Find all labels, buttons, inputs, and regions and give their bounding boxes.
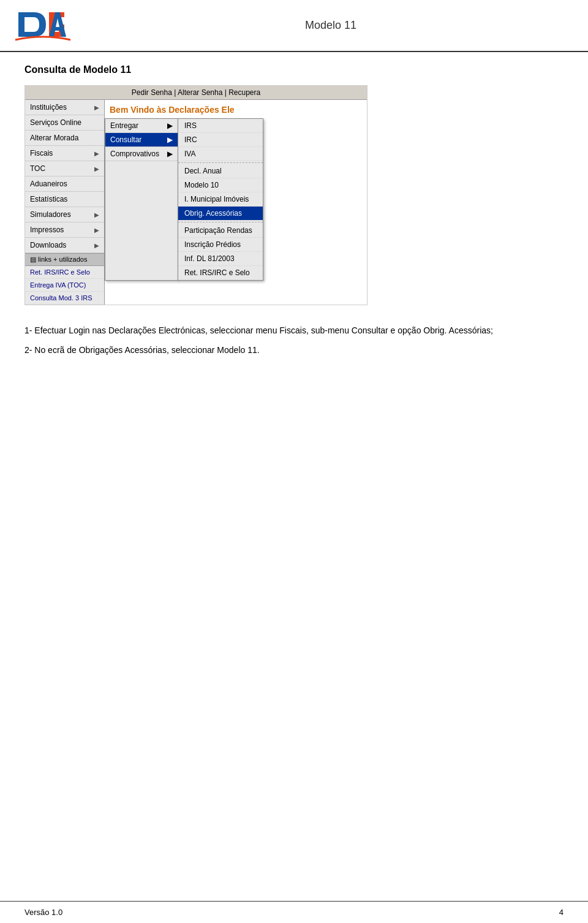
dropdown-item-consultar[interactable]: Consultar ▶ bbox=[105, 133, 178, 147]
instruction-step2: 2- No ecrã de Obrigações Acessórias, sel… bbox=[24, 343, 564, 358]
dropdown-item-entregar[interactable]: Entregar ▶ bbox=[105, 119, 178, 133]
sidebar-menu: Instituições ▶ Serviços Online Alterar M… bbox=[25, 100, 105, 305]
sidebar-link-ret[interactable]: Ret. IRS/IRC e Selo bbox=[25, 266, 104, 279]
page-footer: Versão 1.0 4 bbox=[0, 901, 588, 923]
dga-logo bbox=[12, 6, 74, 43]
sidebar-item-toc[interactable]: TOC ▶ bbox=[25, 161, 104, 177]
sidebar-label: Alterar Morada bbox=[30, 134, 78, 142]
sidebar-item-downloads[interactable]: Downloads ▶ bbox=[25, 238, 104, 253]
instruction-step1: 1- Efectuar Login nas Declarações Electr… bbox=[24, 324, 564, 338]
page-area: Bem Vindo às Declarações Ele ni criado p… bbox=[105, 100, 367, 296]
main-content: Consulta de Modelo 11 Pedir Senha | Alte… bbox=[0, 64, 588, 358]
arrow-icon: ▶ bbox=[94, 211, 99, 218]
dropdown-menu-1: Entregar ▶ Consultar ▶ Comprovativos ▶ bbox=[105, 118, 178, 281]
arrow-icon: ▶ bbox=[167, 150, 173, 158]
arrow-icon: ▶ bbox=[94, 150, 99, 157]
submenu-item-inf-dl[interactable]: Inf. DL 81/2003 bbox=[178, 252, 263, 266]
footer-version: Versão 1.0 bbox=[24, 908, 62, 917]
sidebar-item-simuladores[interactable]: Simuladores ▶ bbox=[25, 207, 104, 222]
header-title: Modelo 11 bbox=[86, 19, 576, 32]
arrow-icon: ▶ bbox=[94, 104, 99, 111]
links-icon: ▤ bbox=[30, 256, 36, 263]
logo-area bbox=[12, 6, 86, 45]
submenu-item-iva[interactable]: IVA bbox=[178, 147, 263, 161]
sidebar-label: Estatísticas bbox=[30, 195, 67, 203]
footer-page-number: 4 bbox=[559, 908, 564, 917]
screenshot-container: Pedir Senha | Alterar Senha | Recupera I… bbox=[24, 85, 368, 305]
submenu-item-ret-irs[interactable]: Ret. IRS/IRC e Selo bbox=[178, 266, 263, 280]
arrow-icon: ▶ bbox=[167, 135, 173, 144]
screenshot-topbar: Pedir Senha | Alterar Senha | Recupera bbox=[25, 86, 367, 100]
sidebar-item-estatisticas[interactable]: Estatísticas bbox=[25, 192, 104, 207]
sidebar-item-servicos[interactable]: Serviços Online bbox=[25, 115, 104, 131]
sidebar-item-aduaneiros[interactable]: Aduaneiros bbox=[25, 177, 104, 192]
dropdown-item-comprovativos[interactable]: Comprovativos ▶ bbox=[105, 147, 178, 161]
instructions: 1- Efectuar Login nas Declarações Electr… bbox=[24, 324, 564, 358]
submenu-item-decl-anual[interactable]: Decl. Anual bbox=[178, 164, 263, 178]
submenu-separator-2 bbox=[178, 222, 263, 222]
sidebar-link-iva[interactable]: Entrega IVA (TOC) bbox=[25, 279, 104, 292]
submenu-item-irc[interactable]: IRC bbox=[178, 133, 263, 147]
sidebar-label: Simuladores bbox=[30, 210, 71, 219]
submenu-item-inscricao[interactable]: Inscrição Prédios bbox=[178, 238, 263, 252]
submenu-item-i-municipal[interactable]: I. Municipal Imóveis bbox=[178, 192, 263, 207]
item-label: Consultar bbox=[110, 135, 141, 144]
submenu-item-obrig[interactable]: Obrig. Acessórias bbox=[178, 207, 263, 221]
dropdown-overlay: Entregar ▶ Consultar ▶ Comprovativos ▶ bbox=[105, 118, 263, 281]
sidebar-link-consulta[interactable]: Consulta Mod. 3 IRS bbox=[25, 292, 104, 305]
sidebar-item-instituicoes[interactable]: Instituições ▶ bbox=[25, 100, 104, 115]
submenu-separator-1 bbox=[178, 162, 263, 163]
item-label: Entregar bbox=[110, 121, 138, 130]
item-label: Comprovativos bbox=[110, 150, 159, 158]
submenu-item-irs[interactable]: IRS bbox=[178, 119, 263, 133]
sidebar-item-alterar[interactable]: Alterar Morada bbox=[25, 131, 104, 146]
arrow-icon: ▶ bbox=[94, 227, 99, 234]
arrow-icon: ▶ bbox=[94, 165, 99, 172]
sidebar-links-header: ▤ links + utilizados bbox=[25, 253, 104, 266]
sidebar-label: TOC bbox=[30, 164, 45, 173]
sidebar-label: Aduaneiros bbox=[30, 180, 67, 188]
submenu-item-modelo10[interactable]: Modelo 10 bbox=[178, 178, 263, 192]
sidebar-label: Downloads bbox=[30, 241, 66, 249]
submenu-item-participacao[interactable]: Participação Rendas bbox=[178, 224, 263, 238]
sidebar-label: Serviços Online bbox=[30, 118, 81, 127]
sidebar-label: Instituições bbox=[30, 103, 67, 112]
sidebar-item-fiscais[interactable]: Fiscais ▶ bbox=[25, 146, 104, 161]
sidebar-label: Fiscais bbox=[30, 149, 53, 158]
submenu-consultar: IRS IRC IVA Decl. Anual Modelo 10 I. Mun… bbox=[178, 118, 263, 281]
welcome-text: Bem Vindo às Declarações Ele bbox=[110, 105, 362, 115]
page-title: Consulta de Modelo 11 bbox=[24, 64, 564, 75]
sidebar-label: Impressos bbox=[30, 226, 64, 234]
page-header: Modelo 11 bbox=[0, 0, 588, 52]
arrow-icon: ▶ bbox=[94, 242, 99, 249]
links-label: links + utilizados bbox=[38, 256, 87, 263]
sidebar-item-impressos[interactable]: Impressos ▶ bbox=[25, 222, 104, 238]
screenshot-body: Instituições ▶ Serviços Online Alterar M… bbox=[25, 100, 367, 305]
arrow-icon: ▶ bbox=[167, 121, 173, 130]
